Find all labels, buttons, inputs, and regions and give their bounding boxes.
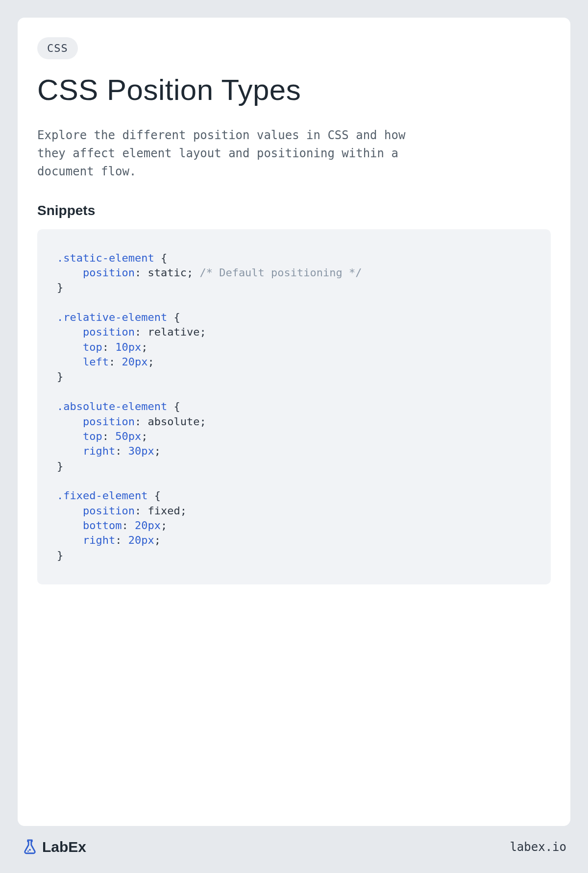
code-token: .absolute-element [57, 400, 167, 412]
code-token: position [83, 326, 135, 338]
snippets-heading: Snippets [37, 203, 551, 218]
code-token: 20px [128, 534, 154, 546]
code-token: : [102, 341, 116, 353]
code-token: position [83, 505, 135, 517]
code-token [57, 267, 83, 279]
flask-icon [22, 839, 38, 855]
code-token: 10px [115, 341, 141, 353]
language-badge: CSS [37, 37, 78, 59]
code-token: .static-element [57, 252, 154, 264]
code-token [57, 430, 83, 442]
code-token [57, 341, 83, 353]
code-token [57, 326, 83, 338]
code-token: : fixed; [135, 505, 187, 517]
content-card: CSS CSS Position Types Explore the diffe… [18, 18, 570, 826]
code-token: 50px [115, 430, 141, 442]
code-token: : static; [135, 267, 199, 279]
code-token: ; [161, 519, 167, 532]
code-snippet: .static-element { position: static; /* D… [37, 229, 551, 585]
code-token [57, 505, 83, 517]
code-token [57, 356, 83, 368]
code-token: : [115, 534, 128, 546]
brand-name: LabEx [42, 839, 86, 855]
code-token: : [109, 356, 122, 368]
footer: LabEx labex.io [18, 826, 570, 855]
code-token: .fixed-element [57, 489, 147, 502]
code-token: ; [141, 430, 147, 442]
code-token [57, 519, 83, 532]
brand: LabEx [22, 839, 86, 855]
code-token: : [102, 430, 116, 442]
code-token: right [83, 534, 115, 546]
code-token: { [154, 252, 168, 264]
code-token: top [83, 430, 102, 442]
code-token: bottom [83, 519, 122, 532]
code-token [57, 415, 83, 428]
code-token: ; [141, 341, 147, 353]
code-token: top [83, 341, 102, 353]
code-token: right [83, 445, 115, 457]
code-token [57, 534, 83, 546]
code-token: left [83, 356, 109, 368]
code-token: .relative-element [57, 311, 167, 323]
site-url: labex.io [510, 840, 566, 854]
code-token: } [57, 281, 63, 293]
code-token: { [167, 311, 180, 323]
code-token [57, 445, 83, 457]
code-token: : [115, 445, 128, 457]
code-token: 30px [128, 445, 154, 457]
code-token: : absolute; [135, 415, 206, 428]
code-token: 20px [122, 356, 147, 368]
code-token: position [83, 267, 135, 279]
page-title: CSS Position Types [37, 73, 551, 107]
code-token: 20px [135, 519, 161, 532]
svg-point-1 [27, 850, 29, 852]
code-token: /* Default positioning */ [199, 267, 362, 279]
page-description: Explore the different position values in… [37, 126, 439, 181]
code-token: : relative; [135, 326, 206, 338]
code-token: : [122, 519, 135, 532]
code-token: position [83, 415, 135, 428]
code-token: { [147, 489, 161, 502]
svg-point-0 [29, 849, 31, 851]
code-token: { [167, 400, 180, 412]
